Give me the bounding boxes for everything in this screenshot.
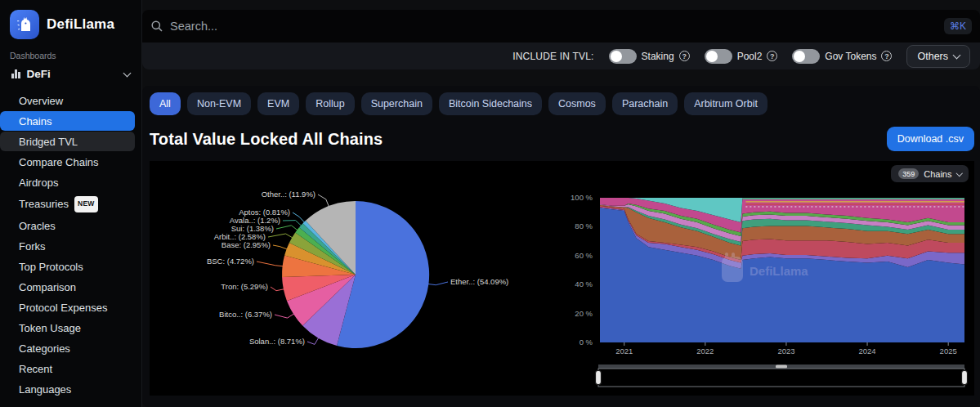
sidebar-item-bridged-tvl[interactable]: Bridged TVL: [0, 132, 135, 151]
search-icon: [150, 20, 163, 33]
chains-count-dropdown[interactable]: 359 Chains: [891, 165, 969, 182]
sidebar-item-treasuries[interactable]: TreasuriesNEW: [11, 193, 135, 215]
toggle-switch[interactable]: [609, 49, 637, 64]
others-dropdown[interactable]: Others: [906, 45, 970, 68]
pie-label-line: [283, 221, 302, 226]
pie-label-line: [276, 226, 298, 230]
sidebar-item-top-protocols[interactable]: Top Protocols: [11, 257, 135, 276]
toggle-switch[interactable]: [792, 49, 820, 64]
zoom-handle-right[interactable]: [962, 371, 968, 385]
pie-label-line: [293, 212, 305, 222]
sidebar-item-label: Top Protocols: [19, 260, 83, 274]
sidebar-item-forks[interactable]: Forks: [11, 236, 135, 256]
toggle-label: Gov Tokens: [825, 51, 876, 62]
pie-label-tron: Tron: (5.29%): [221, 282, 268, 291]
toggle-label: Pool2: [737, 51, 763, 62]
pie-label-other: Other..: (11.9%): [262, 190, 315, 199]
sidebar-item-overview[interactable]: Overview: [11, 91, 135, 110]
sidebar-item-label: Compare Chains: [19, 155, 99, 169]
sidebar-item-label: Categories: [19, 342, 70, 356]
sidebar-item-label: Token Usage: [19, 321, 81, 335]
dashboards-label: Dashboards: [0, 39, 141, 60]
chain-type-tabs: AllNon-EVMEVMRollupSuperchainBitcoin Sid…: [142, 86, 980, 115]
x-axis-label: 2024: [858, 347, 875, 356]
tvl-charts[interactable]: Ether..: (54.09%)Solan..: (8.71%)Bitco..…: [150, 161, 974, 396]
sidebar-item-label: Comparison: [19, 280, 76, 294]
search-input[interactable]: [163, 20, 944, 33]
content-panel: AllNon-EVMEVMRollupSuperchainBitcoin Sid…: [142, 86, 980, 407]
y-axis-label: 100 %: [571, 193, 593, 202]
toggle-label: Staking: [642, 51, 674, 62]
sidebar-item-label: Forks: [19, 239, 46, 253]
chart-panel: 359 Chains Ether..: (54.09%)Solan..: (8.…: [150, 161, 974, 396]
tab-rollup[interactable]: Rollup: [306, 92, 354, 115]
sidebar-item-oracles[interactable]: Oracles: [11, 216, 135, 235]
toggle-staking[interactable]: Staking?: [609, 49, 690, 64]
sidebar-item-airdrops[interactable]: Airdrops: [11, 172, 135, 192]
pie-label-line: [307, 338, 319, 345]
sidebar-item-label: Recent: [19, 362, 52, 376]
toggle-knob: [706, 51, 718, 62]
dashboard-selector[interactable]: DeFi: [0, 60, 141, 83]
download-csv-button[interactable]: Download .csv: [887, 127, 974, 151]
pie-label-line: [275, 314, 294, 318]
tab-bitcoin-sidechains[interactable]: Bitcoin Sidechains: [439, 92, 542, 115]
tab-superchain[interactable]: Superchain: [361, 92, 432, 115]
pie-label-line: [318, 195, 329, 207]
toggle-switch[interactable]: [705, 49, 732, 64]
pie-label-line: [427, 282, 448, 285]
help-icon[interactable]: ?: [679, 51, 690, 61]
toggle-knob: [794, 51, 805, 62]
chevron-down-icon: [953, 51, 961, 60]
zoom-scrollbar-grip[interactable]: [776, 365, 787, 369]
chains-label: Chains: [924, 169, 951, 179]
pie-label-sui: Sui: (1.38%): [231, 224, 274, 233]
tab-non-evm[interactable]: Non-EVM: [187, 92, 251, 115]
sidebar-item-label: Chains: [19, 114, 51, 128]
pie-label-base: Base: (2.95%): [222, 240, 271, 249]
sidebar-item-languages[interactable]: Languages: [11, 379, 135, 399]
main-column: ⌘K INCLUDE IN TVL: Staking?Pool2?Gov Tok…: [142, 0, 980, 407]
pie-label-bsc: BSC: (4.72%): [207, 257, 254, 266]
help-icon[interactable]: ?: [881, 51, 892, 61]
sidebar-item-comparison[interactable]: Comparison: [11, 277, 135, 297]
y-axis-label: 40 %: [575, 280, 593, 288]
pie-label-line: [268, 234, 293, 238]
others-label: Others: [917, 51, 948, 62]
title-row: Total Value Locked All Chains Download .…: [142, 115, 980, 158]
sidebar-item-label: Bridged TVL: [19, 135, 78, 149]
sidebar-nav: OverviewChainsBridged TVLCompare ChainsA…: [0, 91, 141, 399]
tab-all[interactable]: All: [150, 92, 181, 115]
zoom-handle-left[interactable]: [596, 371, 602, 385]
bar-chart-icon: [11, 69, 20, 78]
sidebar-item-token-usage[interactable]: Token Usage: [11, 318, 135, 338]
sidebar: DefiLlama Dashboards DeFi OverviewChains…: [0, 0, 142, 407]
brand[interactable]: DefiLlama: [0, 10, 141, 39]
sidebar-item-protocol-expenses[interactable]: Protocol Expenses: [11, 297, 135, 317]
help-icon[interactable]: ?: [767, 51, 777, 61]
tab-parachain[interactable]: Parachain: [612, 92, 678, 115]
sidebar-item-compare-chains[interactable]: Compare Chains: [11, 152, 135, 172]
sidebar-item-label: Overview: [19, 94, 63, 108]
search-bar[interactable]: ⌘K: [142, 10, 980, 42]
toggle-pool2[interactable]: Pool2?: [705, 49, 778, 64]
pie-label-bitco: Bitco..: (6.37%): [219, 310, 272, 319]
pie-label-aptos: Aptos: (0.81%): [239, 208, 290, 217]
tab-cosmos[interactable]: Cosmos: [548, 92, 606, 115]
shortcut-badge: ⌘K: [944, 18, 972, 34]
x-axis-label: 2023: [777, 347, 794, 356]
x-axis-label: 2022: [696, 347, 714, 356]
sidebar-item-chains[interactable]: Chains: [0, 111, 135, 131]
toggle-knob: [611, 51, 622, 62]
tab-arbitrum-orbit[interactable]: Arbitrum Orbit: [684, 92, 767, 115]
sidebar-item-categories[interactable]: Categories: [11, 338, 135, 358]
sidebar-item-recent[interactable]: Recent: [11, 359, 135, 378]
tab-evm[interactable]: EVM: [257, 92, 299, 115]
pie-label-line: [257, 262, 284, 266]
pie-label-ether: Ether..: (54.09%): [450, 277, 508, 286]
chevron-down-icon: [123, 69, 132, 77]
chevron-down-icon: [955, 170, 962, 177]
zoom-brush-window[interactable]: [598, 369, 964, 387]
defillama-logo-icon: [10, 10, 39, 39]
toggle-gov-tokens[interactable]: Gov Tokens?: [792, 49, 892, 64]
